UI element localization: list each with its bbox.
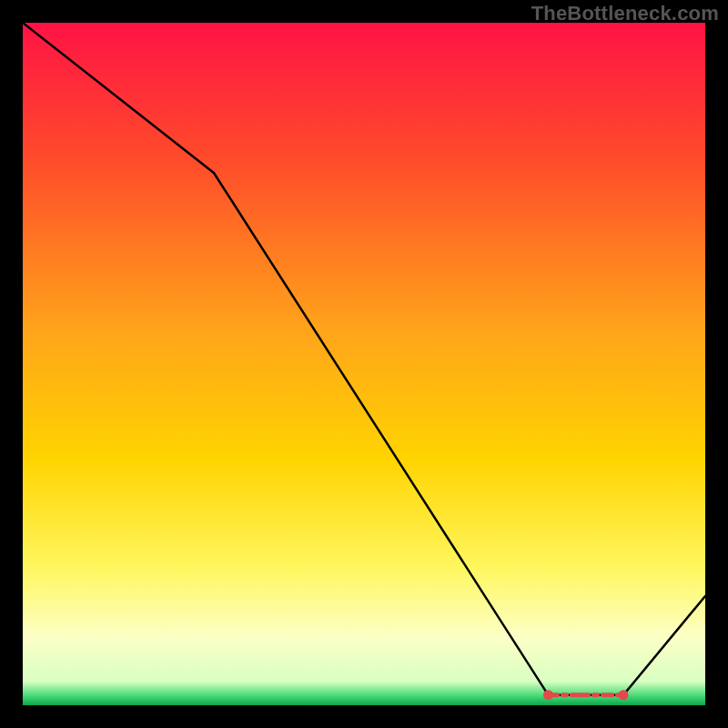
optimal-band-end-marker bbox=[619, 690, 629, 700]
gradient-background bbox=[23, 23, 705, 705]
chart-stage: TheBottleneck.com bbox=[0, 0, 728, 728]
chart-plot-area bbox=[23, 23, 705, 705]
chart-svg bbox=[23, 23, 705, 705]
watermark-text: TheBottleneck.com bbox=[531, 2, 719, 25]
optimal-band-start-marker bbox=[543, 690, 553, 700]
